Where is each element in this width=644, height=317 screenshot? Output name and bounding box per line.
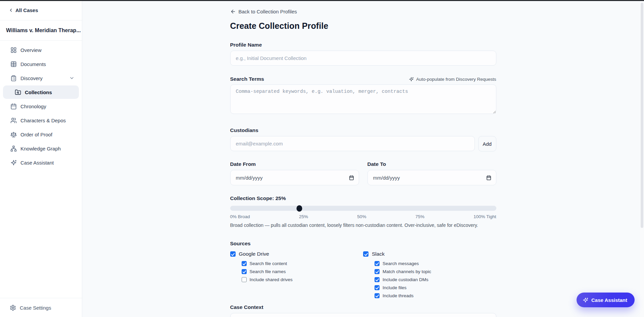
checkbox[interactable] <box>375 293 380 298</box>
calendar-icon <box>10 103 17 110</box>
option-include-threads[interactable]: Include threads <box>375 293 496 299</box>
checkbox[interactable] <box>375 269 380 274</box>
checkbox[interactable] <box>375 261 380 266</box>
tick-label: 50% <box>357 214 366 219</box>
option-label: Search file content <box>250 261 287 266</box>
case-context-field: Case Context <box>230 304 496 317</box>
case-context-label: Case Context <box>230 304 496 310</box>
sources-label: Sources <box>230 241 496 247</box>
sidebar-item-label: Characters & Depos <box>20 118 66 123</box>
checkbox[interactable] <box>242 269 247 274</box>
search-terms-textarea[interactable] <box>230 84 496 114</box>
source-group-label: Slack <box>372 251 385 257</box>
checkbox[interactable] <box>375 285 380 290</box>
sparkles-icon <box>10 160 17 166</box>
collection-scope-slider[interactable] <box>230 206 496 211</box>
checkbox[interactable] <box>230 251 236 257</box>
search-terms-label: Search Terms <box>230 76 264 82</box>
back-to-collection-profiles-link[interactable]: Back to Collection Profiles <box>230 9 297 14</box>
date-from-label: Date From <box>230 161 359 167</box>
case-context-input[interactable] <box>230 313 496 317</box>
tick-label: 75% <box>415 214 425 219</box>
date-to-value: mm/dd/yyyy <box>373 175 400 181</box>
case-settings-label: Case Settings <box>20 305 51 311</box>
main-area: Back to Collection Profiles Create Colle… <box>82 0 644 317</box>
sidebar-item-label: Discovery <box>20 75 43 81</box>
page-title: Create Collection Profile <box>230 21 496 31</box>
profile-name-input[interactable] <box>230 51 496 66</box>
slider-thumb[interactable] <box>296 205 302 211</box>
option-match-channels-by-topic[interactable]: Match channels by topic <box>375 268 496 274</box>
date-range-fields: Date From mm/dd/yyyy Date To mm/dd/yyyy <box>230 161 496 185</box>
sidebar-item-label: Case Assistant <box>20 160 54 166</box>
option-search-file-names[interactable]: Search file names <box>242 268 363 274</box>
add-custodian-button[interactable]: Add <box>478 136 496 151</box>
checkbox[interactable] <box>242 261 247 266</box>
option-label: Search file names <box>250 269 286 274</box>
sidebar-item-label: Collections <box>25 89 52 95</box>
sidebar-item-knowledge-graph[interactable]: Knowledge Graph <box>0 141 82 155</box>
source-group-google-drive: Google Drive Search file content Search … <box>230 251 363 299</box>
case-assistant-fab[interactable]: Case Assistant <box>577 293 635 307</box>
option-label: Include files <box>383 285 406 290</box>
option-search-file-content[interactable]: Search file content <box>242 260 363 266</box>
sources-field: Sources Google Drive Search file content <box>230 241 496 299</box>
date-from-field: Date From mm/dd/yyyy <box>230 161 359 185</box>
scrollbar-thumb[interactable] <box>641 3 643 228</box>
profile-name-label: Profile Name <box>230 42 496 48</box>
slider-tick-labels: 0% Broad 25% 50% 75% 100% Tight <box>230 214 496 219</box>
date-to-field: Date To mm/dd/yyyy <box>367 161 496 185</box>
google-drive-checkbox-row[interactable]: Google Drive <box>230 251 363 257</box>
date-from-value: mm/dd/yyyy <box>236 175 263 181</box>
sparkles-icon <box>583 297 588 303</box>
checkbox[interactable] <box>375 277 380 282</box>
table-icon <box>10 61 17 67</box>
sidebar-item-label: Knowledge Graph <box>20 146 61 151</box>
users-icon <box>10 117 17 124</box>
sidebar-item-documents[interactable]: Documents <box>0 57 82 71</box>
sidebar-item-order-of-proof[interactable]: Order of Proof <box>0 127 82 141</box>
layout-grid-icon <box>10 47 17 53</box>
sidebar-item-discovery[interactable]: Discovery <box>0 71 82 85</box>
option-label: Match channels by topic <box>383 269 431 274</box>
sidebar-item-characters-depos[interactable]: Characters & Depos <box>0 113 82 127</box>
vertical-scrollbar[interactable] <box>640 1 644 317</box>
custodians-label: Custodians <box>230 127 496 133</box>
case-settings-link[interactable]: Case Settings <box>0 298 82 317</box>
chevron-left-icon <box>8 8 13 13</box>
custodian-email-input[interactable] <box>230 136 475 151</box>
auto-populate-button[interactable]: Auto-populate from Discovery Requests <box>409 77 496 82</box>
folder-search-icon <box>15 89 21 96</box>
window-top-edge <box>0 0 644 1</box>
scope-description: Broad collection — pulls all custodian c… <box>230 223 496 228</box>
option-label: Include shared drives <box>250 277 293 282</box>
option-search-messages[interactable]: Search messages <box>375 260 496 266</box>
collection-scope-label: Collection Scope: 25% <box>230 195 496 201</box>
checkbox[interactable] <box>242 277 247 282</box>
slack-checkbox-row[interactable]: Slack <box>363 251 496 257</box>
option-include-custodian-dms[interactable]: Include custodian DMs <box>375 276 496 282</box>
calendar-icon[interactable] <box>486 175 491 180</box>
sparkles-icon <box>409 77 414 82</box>
sidebar-item-collections[interactable]: Collections <box>3 85 79 99</box>
sidebar-item-case-assistant[interactable]: Case Assistant <box>0 155 82 170</box>
sidebar-item-chronology[interactable]: Chronology <box>0 99 82 113</box>
option-include-files[interactable]: Include files <box>375 284 496 291</box>
option-include-shared-drives[interactable]: Include shared drives <box>242 276 363 282</box>
date-to-input[interactable]: mm/dd/yyyy <box>367 170 496 185</box>
sidebar-item-label: Order of Proof <box>20 132 52 137</box>
search-terms-field: Search Terms Auto-populate from Discover… <box>230 76 496 115</box>
custodians-field: Custodians Add <box>230 127 496 151</box>
calendar-icon[interactable] <box>349 175 354 180</box>
all-cases-back-link[interactable]: All Cases <box>0 0 82 20</box>
back-link-label: Back to Collection Profiles <box>239 9 297 14</box>
auto-populate-label: Auto-populate from Discovery Requests <box>416 77 496 82</box>
date-from-input[interactable]: mm/dd/yyyy <box>230 170 359 185</box>
chevron-down-icon <box>69 75 75 81</box>
sidebar-item-label: Documents <box>20 61 46 67</box>
sidebar-item-overview[interactable]: Overview <box>0 43 82 57</box>
tick-label: 0% Broad <box>230 214 250 219</box>
network-icon <box>10 145 17 152</box>
checkbox[interactable] <box>363 251 368 257</box>
sidebar: All Cases Williams v. Meridian Therap...… <box>0 0 82 317</box>
